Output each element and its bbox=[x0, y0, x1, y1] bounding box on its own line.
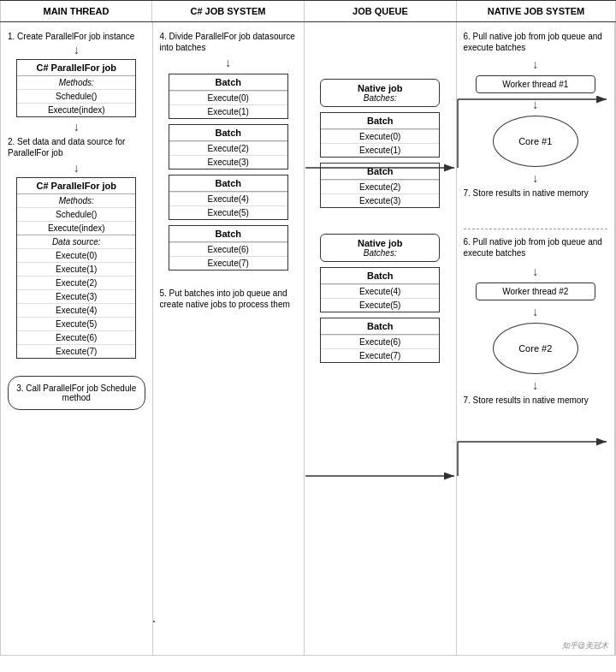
nj2-batch1-item0: Execute(4) bbox=[321, 284, 439, 298]
step6b-label: 6. Pull native job from job queue and ex… bbox=[464, 236, 607, 262]
cs-job-system-column: 4. Divide ParallelFor job datasource int… bbox=[153, 22, 305, 655]
step4-label: 4. Divide ParallelFor job datasource int… bbox=[160, 31, 298, 53]
csharp-job2-schedule: Schedule() bbox=[17, 207, 135, 221]
nj1-batch1-item0: Execute(0) bbox=[321, 129, 439, 143]
ds-item-6: Execute(6) bbox=[17, 330, 135, 344]
csharp-job1-methods-label: Methods: bbox=[17, 75, 135, 89]
native-job1-subtitle: Batches: bbox=[324, 93, 435, 103]
core1-box: Core #1 bbox=[493, 116, 578, 167]
ds-item-5: Execute(5) bbox=[17, 317, 135, 330]
column-headers: MAIN THREAD C# JOB SYSTEM JOB QUEUE NATI… bbox=[0, 0, 616, 22]
divider bbox=[464, 229, 607, 229]
csharp-job2-methods-label: Methods: bbox=[17, 193, 135, 207]
batch-group-4: Batch Execute(6) Execute(7) bbox=[169, 225, 288, 271]
nj1-batch2-title: Batch bbox=[321, 164, 439, 180]
nj2-batch1-title: Batch bbox=[321, 268, 439, 284]
worker-thread-2-box: Worker thread #2 bbox=[476, 282, 595, 300]
native-job2-subtitle: Batches: bbox=[324, 248, 435, 258]
batch-group-2: Batch Execute(2) Execute(3) bbox=[169, 124, 288, 169]
arrow-step1-down: ↓ bbox=[8, 44, 145, 56]
csharp-job1-schedule: Schedule() bbox=[17, 89, 135, 103]
step3-label: 3. Call ParallelFor job Schedule method bbox=[16, 384, 136, 402]
batch2-item1: Execute(3) bbox=[169, 155, 287, 169]
nj1-batch2-item0: Execute(2) bbox=[321, 180, 439, 193]
main-thread-column: 1. Create ParallelFor job instance ↓ C# … bbox=[1, 22, 153, 655]
native-job-box-2: Native job Batches: bbox=[320, 234, 440, 262]
nj2-batch-group-1: Batch Execute(4) Execute(5) bbox=[320, 267, 440, 312]
arrow-step4-down: ↓ bbox=[160, 56, 298, 68]
batch1-item1: Execute(1) bbox=[169, 104, 287, 118]
csharp-job2-execute: Execute(index) bbox=[17, 221, 135, 235]
worker-thread-1-box: Worker thread #1 bbox=[476, 75, 595, 93]
batch1-title: Batch bbox=[169, 74, 287, 91]
arrow-core1-down: ↓ bbox=[464, 172, 607, 184]
step1-label: 1. Create ParallelFor job instance bbox=[8, 31, 145, 42]
csharp-job-box-1: C# ParallelFor job Methods: Schedule() E… bbox=[16, 59, 136, 117]
native-job-box-1: Native job Batches: bbox=[320, 79, 440, 107]
header-cs-job: C# JOB SYSTEM bbox=[152, 1, 305, 21]
arrow-job1-down: ↓ bbox=[8, 121, 145, 133]
batch2-title: Batch bbox=[169, 125, 287, 141]
csharp-job2-title: C# ParallelFor job bbox=[17, 178, 135, 193]
native-job1-title: Native job bbox=[324, 83, 435, 93]
ds-item-0: Execute(0) bbox=[17, 248, 135, 262]
nj1-batch1-item1: Execute(1) bbox=[321, 143, 439, 157]
batch3-title: Batch bbox=[169, 175, 287, 192]
native-job2-title: Native job bbox=[324, 238, 435, 248]
step3-ellipse: 3. Call ParallelFor job Schedule method bbox=[8, 376, 145, 410]
core1-label: Core #1 bbox=[518, 136, 552, 146]
diagram-container: MAIN THREAD C# JOB SYSTEM JOB QUEUE NATI… bbox=[0, 0, 616, 656]
csharp-job1-title: C# ParallelFor job bbox=[17, 60, 135, 75]
csharp-job1-execute: Execute(index) bbox=[17, 103, 135, 116]
batch2-item0: Execute(2) bbox=[169, 141, 287, 155]
content-area: 1. Create ParallelFor job instance ↓ C# … bbox=[0, 22, 616, 656]
step2-label: 2. Set data and data source for Parallel… bbox=[8, 136, 145, 158]
nj1-batch-group-2: Batch Execute(2) Execute(3) bbox=[320, 163, 440, 208]
nj2-batch1-item1: Execute(5) bbox=[321, 298, 439, 312]
batch-group-1: Batch Execute(0) Execute(1) bbox=[169, 74, 288, 119]
header-native-job: NATIVE JOB SYSTEM bbox=[457, 1, 616, 21]
step6a-label: 6. Pull native job from job queue and ex… bbox=[464, 31, 607, 56]
nj2-batch2-item1: Execute(7) bbox=[321, 348, 439, 362]
arrow-step6b-down: ↓ bbox=[464, 265, 607, 277]
ds-item-2: Execute(2) bbox=[17, 276, 135, 289]
job-queue-column: Native job Batches: Batch Execute(0) Exe… bbox=[305, 22, 457, 655]
batch1-item0: Execute(0) bbox=[169, 91, 287, 104]
ds-item-1: Execute(1) bbox=[17, 262, 135, 276]
worker2-label: Worker thread #2 bbox=[502, 287, 568, 296]
worker1-label: Worker thread #1 bbox=[502, 80, 568, 89]
batch4-item1: Execute(7) bbox=[169, 256, 287, 270]
header-main-thread: MAIN THREAD bbox=[0, 1, 152, 21]
arrow-core2-down: ↓ bbox=[464, 379, 607, 391]
nj2-batch2-title: Batch bbox=[321, 318, 439, 335]
step7a-label: 7. Store results in native memory bbox=[464, 187, 607, 213]
csharp-job2-ds-label: Data source: bbox=[17, 235, 135, 248]
nj2-batch-group-2: Batch Execute(6) Execute(7) bbox=[320, 318, 440, 363]
watermark-label: 知乎@美冠木 bbox=[562, 640, 608, 651]
batch3-item1: Execute(5) bbox=[169, 205, 287, 219]
nj1-batch2-item1: Execute(3) bbox=[321, 193, 439, 207]
batch4-item0: Execute(6) bbox=[169, 242, 287, 256]
batch4-title: Batch bbox=[169, 226, 287, 242]
arrow-step6a-down: ↓ bbox=[464, 58, 607, 70]
core2-label: Core #2 bbox=[518, 343, 552, 354]
step5-label: 5. Put batches into job queue and create… bbox=[160, 288, 298, 310]
core2-box: Core #2 bbox=[493, 323, 578, 374]
nj1-batch1-title: Batch bbox=[321, 113, 439, 129]
nj1-batch-group-1: Batch Execute(0) Execute(1) bbox=[320, 112, 440, 158]
batch3-item0: Execute(4) bbox=[169, 192, 287, 205]
ds-item-7: Execute(7) bbox=[17, 344, 135, 358]
arrow-step2-down: ↓ bbox=[8, 162, 145, 174]
ds-item-4: Execute(4) bbox=[17, 303, 135, 317]
native-job-system-column: 6. Pull native job from job queue and ex… bbox=[457, 22, 615, 655]
step7b-label: 7. Store results in native memory bbox=[464, 395, 607, 420]
arrow-worker1-down: ↓ bbox=[464, 98, 607, 110]
arrow-worker2-down: ↓ bbox=[464, 306, 607, 318]
ds-item-3: Execute(3) bbox=[17, 289, 135, 303]
header-job-queue: JOB QUEUE bbox=[305, 1, 457, 21]
csharp-job-box-2: C# ParallelFor job Methods: Schedule() E… bbox=[16, 177, 136, 359]
batch-group-3: Batch Execute(4) Execute(5) bbox=[169, 175, 288, 220]
nj2-batch2-item0: Execute(6) bbox=[321, 335, 439, 348]
